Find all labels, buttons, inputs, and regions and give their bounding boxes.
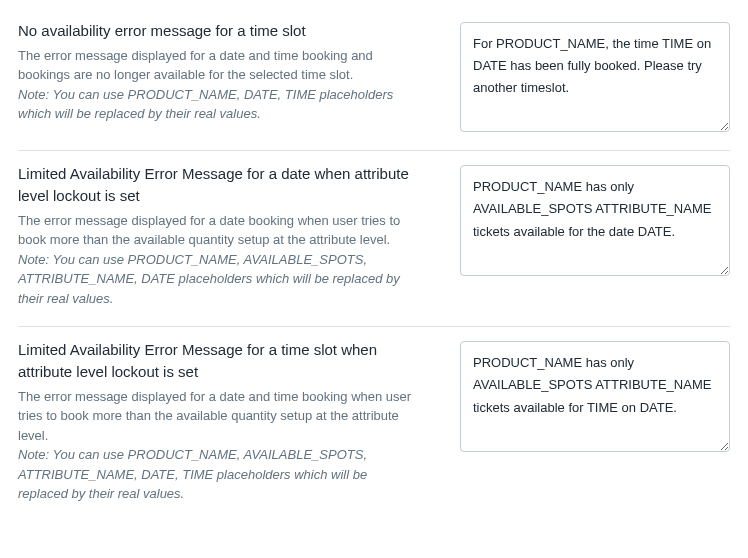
error-message-textarea-limited-availability-date[interactable] (460, 165, 730, 275)
setting-note: Note: You can use PRODUCT_NAME, AVAILABL… (18, 250, 420, 309)
setting-note: Note: You can use PRODUCT_NAME, DATE, TI… (18, 85, 420, 124)
error-message-textarea-no-availability-timeslot[interactable] (460, 22, 730, 132)
setting-row-limited-availability-date: Limited Availability Error Message for a… (18, 151, 730, 327)
setting-note: Note: You can use PRODUCT_NAME, AVAILABL… (18, 445, 420, 504)
setting-label-block: Limited Availability Error Message for a… (18, 163, 428, 308)
setting-row-limited-availability-timeslot: Limited Availability Error Message for a… (18, 327, 730, 522)
setting-title: Limited Availability Error Message for a… (18, 163, 420, 207)
error-message-textarea-limited-availability-timeslot[interactable] (460, 341, 730, 451)
setting-title: No availability error message for a time… (18, 20, 420, 42)
setting-title: Limited Availability Error Message for a… (18, 339, 420, 383)
setting-row-no-availability-timeslot: No availability error message for a time… (18, 8, 730, 151)
setting-description: The error message displayed for a date a… (18, 46, 420, 85)
setting-description: The error message displayed for a date a… (18, 387, 420, 446)
setting-input-wrapper (460, 20, 730, 132)
setting-label-block: Limited Availability Error Message for a… (18, 339, 428, 504)
settings-form: No availability error message for a time… (0, 0, 748, 532)
setting-label-block: No availability error message for a time… (18, 20, 428, 132)
setting-input-wrapper (460, 163, 730, 308)
setting-input-wrapper (460, 339, 730, 504)
setting-description: The error message displayed for a date b… (18, 211, 420, 250)
